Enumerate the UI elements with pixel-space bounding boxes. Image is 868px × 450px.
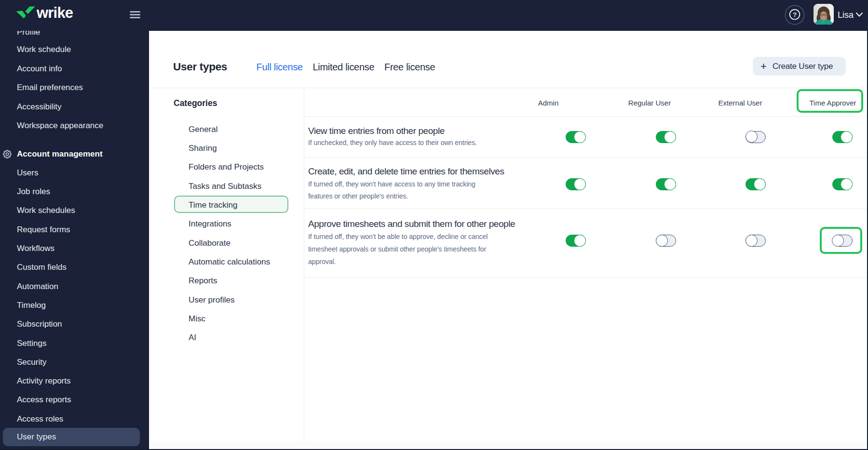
svg-text:?: ?: [793, 11, 797, 18]
